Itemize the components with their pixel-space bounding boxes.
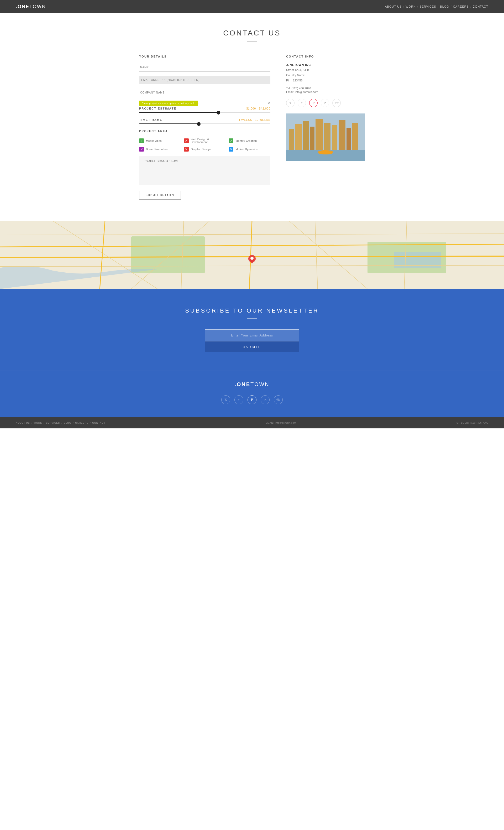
estimate-slider-thumb[interactable] <box>216 111 220 115</box>
bottom-nav-blog[interactable]: BLOG <box>64 421 71 424</box>
nav-sep-4: / <box>451 5 451 8</box>
footer-social-icons: 𝕏 f 𝐏 in ☏ <box>5 395 499 404</box>
estimate-tooltip: Close project estimate option to just sa… <box>139 101 198 106</box>
page-title: CONTACT US <box>139 29 365 37</box>
bottom-nav-about[interactable]: ABOUT US <box>16 421 30 424</box>
checkbox-mobile-apps[interactable]: ✓ Mobile Apps <box>139 138 181 144</box>
navbar-logo[interactable]: .ONETOWN <box>16 4 46 9</box>
nav-careers[interactable]: CAREERS <box>453 5 469 8</box>
estimate-slider-track[interactable] <box>139 112 270 113</box>
map-section <box>0 221 504 289</box>
footer-skype-icon[interactable]: ☏ <box>274 395 283 404</box>
bottom-sep-3: / <box>61 421 62 424</box>
city-image <box>286 114 365 161</box>
footer-linkedin-icon[interactable]: in <box>261 395 270 404</box>
pinterest-icon[interactable]: 𝐏 <box>309 99 317 107</box>
footer-logo[interactable]: .ONETOWN <box>5 381 499 387</box>
footer-facebook-icon[interactable]: f <box>234 395 243 404</box>
newsletter-form: SUBMIT <box>205 329 299 352</box>
title-divider <box>247 41 257 42</box>
bottom-nav-services[interactable]: SERVICES <box>46 421 60 424</box>
contact-company-name: .ONETOWN INC <box>286 63 365 66</box>
logo-dot: . <box>16 4 18 9</box>
checkbox-grid: ✓ Mobile Apps ✕ Web Design & Development… <box>139 138 270 152</box>
contact-email: Email: info@domain.com <box>286 90 365 94</box>
estimate-value: $1,000 - $42,000 <box>246 107 270 110</box>
timeframe-label-row: TIME FRAME 4 WEEKS - 10 WEEKS <box>139 118 270 121</box>
checkbox-brand[interactable]: ✕ Brand Promotion <box>139 147 181 152</box>
bottom-nav-email: EMAIL: info@domain.com <box>266 421 296 424</box>
cb-identity-label: Identity Creation <box>235 139 257 142</box>
contact-street: Street 1234, ST B <box>286 68 309 71</box>
cb-brand-box: ✕ <box>139 147 144 152</box>
city-image-overlay <box>286 114 365 161</box>
cb-brand-label: Brand Promotion <box>146 148 168 151</box>
checkbox-web-design[interactable]: ✕ Web Design & Development <box>184 138 226 144</box>
project-area-label: PROJECT AREA <box>139 129 270 133</box>
cb-mobile-apps-box: ✓ <box>139 138 144 143</box>
submit-details-button[interactable]: SUBMIT DETAILS <box>139 191 181 200</box>
estimate-slider-fill <box>139 112 218 113</box>
email-input[interactable] <box>139 76 270 84</box>
facebook-icon[interactable]: f <box>298 99 306 107</box>
nav-sep-2: / <box>417 5 418 8</box>
timeframe-slider-thumb[interactable] <box>197 122 201 126</box>
nav-about[interactable]: ABOUT US <box>385 5 402 8</box>
timeframe-slider-fill <box>139 123 198 124</box>
bottom-sep-4: / <box>73 421 74 424</box>
two-col-layout: YOUR DETAILS Close project estimate opti… <box>139 55 365 200</box>
bottom-sep-5: / <box>90 421 91 424</box>
contact-pin: Pin - 123456 <box>286 79 302 82</box>
cb-motion-label: Motion Dynamics <box>235 148 258 151</box>
nav-work[interactable]: WORK <box>406 5 415 8</box>
linkedin-icon[interactable]: in <box>321 99 329 107</box>
cb-identity-box: ✓ <box>229 138 233 143</box>
nav-services[interactable]: SERVICES <box>419 5 436 8</box>
checkbox-graphic[interactable]: ✕ Graphic Design <box>184 147 226 152</box>
svg-point-18 <box>250 257 254 260</box>
form-column: YOUR DETAILS Close project estimate opti… <box>139 55 270 200</box>
bottom-nav-contact[interactable]: CONTACT <box>92 421 105 424</box>
skype-icon[interactable]: ☏ <box>332 99 341 107</box>
social-icons: 𝕏 f 𝐏 in ☏ <box>286 99 365 107</box>
contact-column: CONTACT INFO .ONETOWN INC Street 1234, S… <box>286 55 365 200</box>
newsletter-submit-button[interactable]: SUBMIT <box>205 341 299 352</box>
bottom-sep-1: / <box>32 421 32 424</box>
close-tooltip-button[interactable]: ✕ <box>267 101 270 105</box>
cb-motion-box: ✕ <box>229 147 233 152</box>
navbar: .ONETOWN ABOUT US / WORK / SERVICES / BL… <box>0 0 504 13</box>
footer-logo-town: TOWN <box>250 381 270 387</box>
cb-graphic-box: ✕ <box>184 147 189 152</box>
footer-pinterest-icon[interactable]: 𝐏 <box>247 395 257 404</box>
company-input[interactable] <box>139 89 270 97</box>
newsletter-section: SUBSCRIBE TO OUR NEWSLETTER SUBMIT <box>0 289 504 371</box>
bottom-nav-phone: ST. LOUIS: (123) 456 7890 <box>457 421 488 424</box>
contact-info-label: CONTACT INFO <box>286 55 365 58</box>
name-input[interactable] <box>139 63 270 72</box>
your-details-label: YOUR DETAILS <box>139 55 270 58</box>
newsletter-divider <box>247 318 257 319</box>
checkbox-motion[interactable]: ✕ Motion Dynamics <box>229 147 270 152</box>
contact-tel: Tel: (123) 456 7890 <box>286 87 365 90</box>
cb-graphic-label: Graphic Design <box>191 148 211 151</box>
map-svg <box>0 221 504 289</box>
footer-logo-dot: . <box>234 381 237 387</box>
project-description-input[interactable] <box>139 156 270 185</box>
cb-web-design-box: ✕ <box>184 138 189 143</box>
nav-contact[interactable]: CONTACT <box>473 5 488 8</box>
checkbox-identity[interactable]: ✓ Identity Creation <box>229 138 270 144</box>
timeframe-slider-track[interactable] <box>139 123 270 124</box>
newsletter-title: SUBSCRIBE TO OUR NEWSLETTER <box>5 307 499 314</box>
twitter-icon[interactable]: 𝕏 <box>286 99 295 107</box>
bottom-nav-careers[interactable]: CAREERS <box>75 421 89 424</box>
nav-sep-3: / <box>438 5 439 8</box>
footer-logo-one: ONE <box>237 381 250 387</box>
navbar-links: ABOUT US / WORK / SERVICES / BLOG / CARE… <box>385 5 488 8</box>
bottom-nav-work[interactable]: WORK <box>34 421 42 424</box>
nav-blog[interactable]: BLOG <box>440 5 449 8</box>
estimate-label: PROJECT ESTIMATE <box>139 107 176 110</box>
footer-logo-section: .ONETOWN 𝕏 f 𝐏 in ☏ <box>0 371 504 417</box>
footer-twitter-icon[interactable]: 𝕏 <box>221 395 230 404</box>
svg-rect-1 <box>131 236 205 273</box>
newsletter-email-input[interactable] <box>205 329 299 341</box>
